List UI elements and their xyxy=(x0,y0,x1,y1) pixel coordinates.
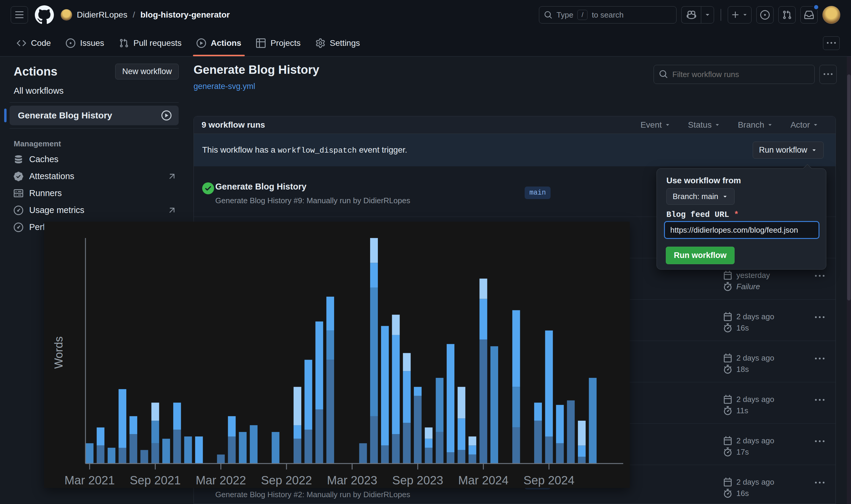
run-options-button[interactable] xyxy=(815,437,824,446)
run-options-button[interactable] xyxy=(815,271,824,281)
calendar-icon xyxy=(723,436,732,445)
pull-request-icon xyxy=(782,10,792,20)
branch-badge-main[interactable]: main xyxy=(525,186,551,199)
play-circle-icon xyxy=(196,38,206,48)
runs-count: 9 workflow runs xyxy=(202,120,265,130)
stopwatch-icon xyxy=(723,448,732,456)
blog-feed-url-input[interactable] xyxy=(664,221,819,239)
svg-text:Mar 2024: Mar 2024 xyxy=(458,474,508,487)
runs-list-header: 9 workflow runs Event Status Branch Acto… xyxy=(194,116,835,133)
issue-opened-icon xyxy=(66,38,75,48)
tab-issues[interactable]: Issues xyxy=(60,30,109,56)
create-new-button[interactable] xyxy=(728,6,751,23)
page-scrollbar[interactable] xyxy=(847,56,851,504)
sidebar-item-label: Runners xyxy=(29,188,62,198)
breadcrumb-repo[interactable]: blog-history-generator xyxy=(140,10,230,20)
run-date: yesterday xyxy=(736,271,770,280)
sidebar-item-generate-blog-history[interactable]: Generate Blog History xyxy=(10,106,179,125)
workflow-header: Generate Blog History generate-svg.yml xyxy=(193,63,319,91)
tab-pull-requests[interactable]: Pull requests xyxy=(114,30,187,56)
chevron-down-icon xyxy=(664,122,671,128)
app-header: DidierRLopes / blog-history-generator Ty… xyxy=(0,0,851,30)
tab-projects[interactable]: Projects xyxy=(251,30,306,56)
tab-actions[interactable]: Actions xyxy=(191,30,247,56)
table-icon xyxy=(256,38,266,48)
workflow-options-button[interactable] xyxy=(819,65,837,84)
arrow-up-right-icon xyxy=(168,206,176,215)
github-logo-icon[interactable] xyxy=(35,5,54,25)
run-options-button[interactable] xyxy=(815,354,824,364)
issues-button[interactable] xyxy=(756,6,774,23)
tab-label: Actions xyxy=(211,38,242,48)
filter-event[interactable]: Event xyxy=(641,120,671,130)
pull-requests-button[interactable] xyxy=(778,6,796,23)
run-options-button[interactable] xyxy=(815,313,824,322)
copilot-button[interactable] xyxy=(681,6,701,23)
chevron-down-icon xyxy=(767,122,773,128)
sidebar-item-all-workflows[interactable]: All workflows xyxy=(0,83,188,100)
chevron-down-icon xyxy=(811,147,817,154)
user-avatar[interactable] xyxy=(822,6,840,24)
repo-tab-nav: Code Issues Pull requests Actions Projec… xyxy=(0,30,851,56)
sidebar-item-attestations[interactable]: Attestations xyxy=(0,168,188,185)
sidebar-item-caches[interactable]: Caches xyxy=(0,151,188,168)
play-circle-icon xyxy=(161,110,172,121)
sidebar-item-runners[interactable]: Runners xyxy=(0,185,188,202)
kebab-icon xyxy=(827,39,836,48)
required-asterisk: * xyxy=(734,210,739,219)
run-options-button[interactable] xyxy=(815,478,824,488)
sidebar-item-usage-metrics[interactable]: Usage metrics xyxy=(0,202,188,219)
branch-select-button[interactable]: Branch: main xyxy=(666,188,734,205)
workflow-file-link[interactable]: generate-svg.yml xyxy=(193,82,255,91)
issue-opened-icon xyxy=(760,10,770,20)
run-duration: Failure xyxy=(736,282,760,291)
stopwatch-icon xyxy=(723,282,732,291)
calendar-icon xyxy=(723,271,732,280)
notification-dot xyxy=(813,4,819,11)
filter-status[interactable]: Status xyxy=(688,120,720,130)
filter-branch: Branch xyxy=(738,120,773,130)
run-date: 2 days ago xyxy=(736,395,774,404)
run-workflow-dropdown-button[interactable]: Run workflow xyxy=(753,142,823,159)
server-icon xyxy=(14,188,23,198)
calendar-icon xyxy=(723,312,732,321)
database-icon xyxy=(14,155,23,164)
breadcrumb-separator: / xyxy=(132,10,136,20)
hamburger-menu-button[interactable] xyxy=(11,6,28,23)
copilot-menu-button[interactable] xyxy=(701,6,714,23)
tab-overflow-button[interactable] xyxy=(823,36,840,50)
header-divider xyxy=(720,9,721,21)
run-workflow-label: Run workflow xyxy=(759,145,807,155)
meter-icon xyxy=(14,222,23,232)
run-date: 2 days ago xyxy=(736,354,774,363)
run-date: 2 days ago xyxy=(736,478,774,487)
tab-code[interactable]: Code xyxy=(11,30,56,56)
svg-text:Sep 2023: Sep 2023 xyxy=(392,474,443,487)
search-icon xyxy=(544,11,552,19)
plus-icon xyxy=(731,11,740,19)
search-placeholder-prefix: Type xyxy=(557,11,573,20)
breadcrumb-owner[interactable]: DidierRLopes xyxy=(77,10,127,20)
run-options-button[interactable] xyxy=(815,395,824,405)
scrollbar-thumb[interactable] xyxy=(847,74,851,301)
runs-filters: Event Status Branch Actor xyxy=(641,120,819,130)
inbox-icon xyxy=(804,10,814,20)
tab-settings[interactable]: Settings xyxy=(310,30,365,56)
global-search-input[interactable]: Type / to search xyxy=(539,6,677,23)
run-title-link[interactable]: Generate Blog History xyxy=(215,182,307,192)
branch-select-label: Branch: main xyxy=(673,192,718,201)
chevron-down-icon xyxy=(714,122,720,128)
workflow-dispatch-banner: This workflow has a workflow_dispatch ev… xyxy=(194,133,835,166)
blog-history-chart: Mar 2021Sep 2021Mar 2022Sep 2022Mar 2023… xyxy=(44,222,630,488)
search-placeholder-suffix: to search xyxy=(592,11,624,20)
filter-workflow-runs-input[interactable] xyxy=(654,65,815,84)
stopwatch-icon xyxy=(723,406,732,415)
tab-label: Pull requests xyxy=(134,38,181,48)
filter-label: Actor xyxy=(791,120,810,130)
run-workflow-submit-button[interactable]: Run workflow xyxy=(666,247,734,264)
new-workflow-button[interactable]: New workflow xyxy=(115,64,179,79)
banner-text: This workflow has a workflow_dispatch ev… xyxy=(202,145,407,155)
run-date: 2 days ago xyxy=(736,436,774,445)
svg-text:Mar 2021: Mar 2021 xyxy=(65,474,115,487)
filter-actor[interactable]: Actor xyxy=(791,120,819,130)
